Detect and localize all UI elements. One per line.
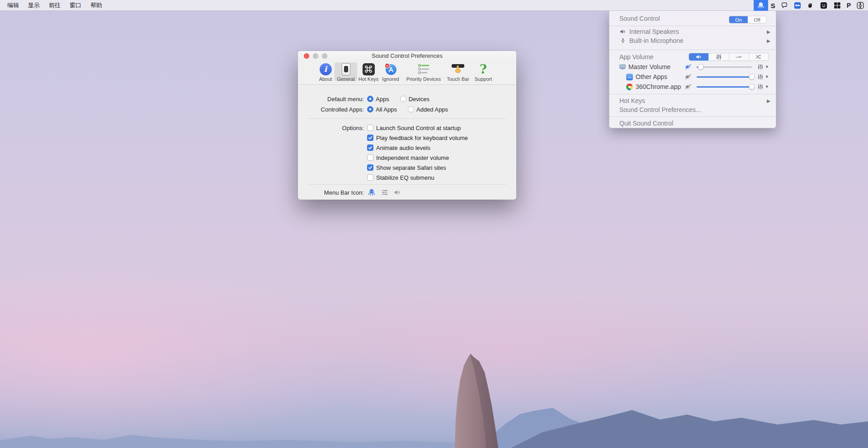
slider-thumb[interactable] — [749, 74, 755, 80]
menu-item-label: Sound Control Preferences... — [619, 106, 701, 113]
app-volume-label: App Volume — [619, 53, 654, 61]
volume-row-360chrome: 360Chrome.app ▼ — [609, 82, 776, 92]
tab-redirect[interactable] — [749, 53, 769, 61]
options-row-4: Independent master volume — [298, 153, 516, 162]
option-label: Launch Sound Control at startup — [376, 125, 461, 131]
octopus-icon — [367, 188, 376, 197]
window-title: Sound Control Preferences — [298, 51, 516, 61]
equalizer-icon — [715, 53, 722, 61]
window-tiles-icon[interactable] — [830, 0, 844, 11]
device-label: Internal Speakers — [629, 28, 679, 35]
eq-sliders-icon — [381, 188, 389, 196]
display-icon — [618, 63, 627, 71]
redirect-icon — [755, 53, 762, 61]
default-menu-row: Default menu: Apps Devices — [298, 94, 516, 103]
tab-balance[interactable] — [729, 53, 749, 61]
volume-slider[interactable] — [697, 76, 752, 78]
radio-added-apps[interactable] — [408, 106, 414, 112]
menu-window[interactable]: 窗口 — [65, 0, 86, 11]
volume-slider[interactable] — [697, 66, 752, 68]
caret-down-icon: ▼ — [765, 65, 769, 69]
volume-row-master: Master Volume ▼ — [609, 62, 776, 72]
tab-priority-devices[interactable]: Priority Devices — [404, 62, 443, 82]
tab-equalizer[interactable] — [708, 53, 728, 61]
sound-control-menubar-icon[interactable] — [754, 0, 768, 11]
controlled-apps-label: Controlled Apps: — [298, 106, 364, 113]
app-volume-header-row: App Volume — [609, 52, 776, 61]
options-label: Options: — [298, 125, 364, 131]
mute-button[interactable] — [684, 63, 693, 71]
menu-item-builtin-microphone[interactable]: Built-in Microphone ▶ — [609, 36, 776, 45]
tab-support[interactable]: ? Support — [464, 62, 503, 82]
submenu-arrow-icon: ▶ — [767, 29, 770, 34]
menu-item-label: Quit Sound Control — [619, 120, 673, 127]
app-volume-view-tabs — [689, 53, 769, 61]
checkbox-separate-safari[interactable] — [367, 164, 373, 171]
pin-app-icon[interactable]: P — [844, 0, 854, 11]
menu-item-preferences[interactable]: Sound Control Preferences... — [609, 105, 776, 114]
hand-icon[interactable] — [804, 0, 817, 11]
option-label: Stabilize EQ submenu — [376, 174, 434, 181]
mixer-options-button[interactable]: ▼ — [757, 83, 769, 90]
tab-label: Support — [475, 76, 492, 82]
radio-apps[interactable] — [367, 96, 373, 102]
menu-item-hot-keys[interactable]: Hot Keys ▶ — [609, 96, 776, 105]
menu-item-quit[interactable]: Quit Sound Control — [609, 119, 776, 128]
menu-help[interactable]: 帮助 — [86, 0, 107, 11]
volume-row-label: Other Apps — [636, 73, 667, 80]
microphone-app-icon[interactable] — [854, 0, 867, 11]
mixer-icon — [757, 83, 764, 90]
mixer-options-button[interactable]: ▼ — [757, 73, 769, 80]
option-label: Play feedback for keyboard volume — [376, 135, 468, 141]
options-row-3: Animate audio levels — [298, 143, 516, 152]
status-icon-tray: S — [754, 0, 867, 11]
volume-row-other-apps: Other Apps ▼ — [609, 72, 776, 82]
power-toggle: On Off — [729, 16, 767, 23]
chrome-app-icon — [626, 84, 633, 90]
option-label: Show separate Safari sites — [376, 164, 446, 171]
toggle-on-button[interactable]: On — [729, 16, 748, 23]
icon-choice-speaker[interactable] — [393, 188, 401, 196]
question-mark-icon: ? — [480, 63, 487, 75]
radio-all-apps[interactable] — [367, 106, 373, 112]
menu-go[interactable]: 前往 — [44, 0, 65, 11]
option-label: Animate audio levels — [376, 145, 430, 151]
menu-edit[interactable]: 编辑 — [3, 0, 24, 11]
toggle-off-button[interactable]: Off — [748, 16, 766, 23]
chat-sparkle-icon[interactable] — [778, 0, 791, 11]
checkbox-launch-at-startup[interactable] — [367, 125, 373, 131]
menu-view[interactable]: 显示 — [24, 0, 44, 11]
speaker-icon — [695, 53, 703, 61]
sound-control-title: Sound Control — [619, 15, 660, 22]
mixer-options-button[interactable]: ▼ — [757, 63, 769, 70]
icon-choice-eq-sliders[interactable] — [381, 188, 389, 196]
separator — [609, 117, 776, 117]
submenu-arrow-icon: ▶ — [767, 98, 770, 103]
icon-choice-octopus[interactable] — [367, 188, 376, 197]
checkbox-play-feedback[interactable] — [367, 135, 373, 141]
rock-pinnacle — [447, 351, 510, 448]
radio-label: Added Apps — [416, 106, 448, 113]
options-row-6: Stabilize EQ submenu — [298, 173, 516, 182]
apps-icon — [626, 74, 633, 80]
face-app-icon[interactable] — [817, 0, 830, 11]
slider-thumb[interactable] — [698, 64, 703, 70]
volume-row-label: 360Chrome.app — [636, 83, 681, 90]
mute-button[interactable] — [684, 73, 693, 81]
radio-devices[interactable] — [400, 96, 406, 102]
title-bar[interactable]: Sound Control Preferences — [298, 51, 516, 61]
s-app-icon[interactable]: S — [768, 0, 778, 11]
checkbox-independent-master[interactable] — [367, 154, 373, 161]
checkbox-stabilize-eq[interactable] — [367, 174, 373, 181]
checkbox-animate-levels[interactable] — [367, 145, 373, 151]
mixer-icon — [757, 73, 764, 80]
teamviewer-icon[interactable] — [791, 0, 804, 11]
menu-bar-icon-row: Menu Bar Icon: — [298, 187, 516, 197]
menu-item-internal-speakers[interactable]: Internal Speakers ▶ — [609, 27, 776, 36]
option-label: Independent master volume — [376, 154, 449, 161]
slider-thumb[interactable] — [749, 84, 755, 90]
volume-slider[interactable] — [697, 86, 752, 88]
menu-bar-icon-label: Menu Bar Icon: — [298, 189, 364, 196]
mute-button[interactable] — [684, 83, 693, 91]
tab-volume[interactable] — [689, 53, 708, 61]
